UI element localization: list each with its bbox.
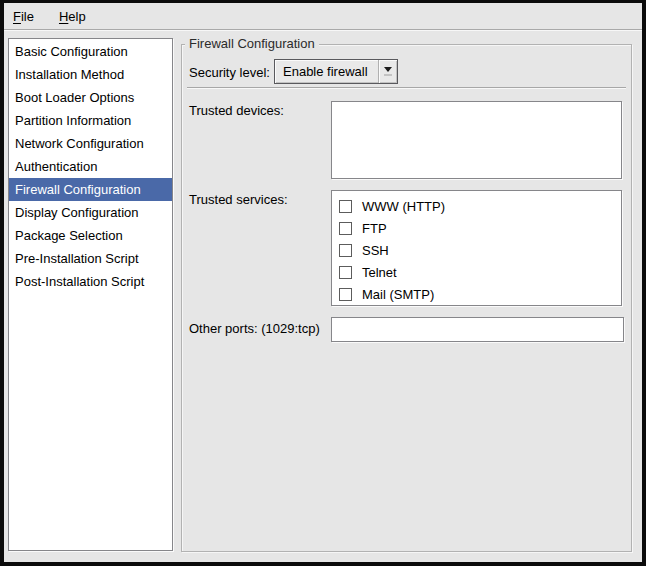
sidebar-item-firewall-configuration[interactable]: Firewall Configuration (9, 178, 172, 201)
panel-title: Firewall Configuration (185, 36, 319, 51)
security-level-dropdown[interactable]: Enable firewall (274, 59, 398, 84)
menu-help-accel: H (59, 9, 68, 24)
trusted-devices-label: Trusted devices: (189, 103, 284, 119)
menu-help-rest: elp (68, 9, 85, 24)
menu-help[interactable]: Help (57, 7, 88, 26)
checkbox-mail-smtp[interactable] (339, 288, 352, 301)
sidebar-item-boot-loader-options[interactable]: Boot Loader Options (9, 86, 172, 109)
kickstart-configurator-window: File Help Basic Configuration Installati… (0, 0, 646, 566)
menu-file-accel: F (13, 9, 21, 24)
service-row-ssh[interactable]: SSH (339, 239, 621, 261)
service-label: FTP (362, 221, 387, 236)
service-label: SSH (362, 243, 389, 258)
trusted-devices-list[interactable] (331, 101, 622, 179)
service-row-ftp[interactable]: FTP (339, 217, 621, 239)
service-label: WWW (HTTP) (362, 199, 445, 214)
sidebar-item-partition-information[interactable]: Partition Information (9, 109, 172, 132)
security-level-value: Enable firewall (275, 64, 378, 79)
trusted-services-label: Trusted services: (189, 192, 288, 208)
trusted-services-list: WWW (HTTP) FTP SSH Telnet Mail (SMTP) (331, 190, 622, 306)
menu-bar: File Help (4, 3, 642, 30)
sidebar-item-post-installation-script[interactable]: Post-Installation Script (9, 270, 172, 293)
checkbox-ftp[interactable] (339, 222, 352, 235)
service-row-www-http[interactable]: WWW (HTTP) (339, 195, 621, 217)
sidebar-item-display-configuration[interactable]: Display Configuration (9, 201, 172, 224)
other-ports-input[interactable] (331, 317, 624, 342)
checkbox-www-http[interactable] (339, 200, 352, 213)
security-level-label: Security level: (189, 65, 270, 81)
menu-file-rest: ile (21, 9, 34, 24)
checkbox-telnet[interactable] (339, 266, 352, 279)
sidebar-item-authentication[interactable]: Authentication (9, 155, 172, 178)
sidebar-item-pre-installation-script[interactable]: Pre-Installation Script (9, 247, 172, 270)
service-row-mail-smtp[interactable]: Mail (SMTP) (339, 283, 621, 305)
dropdown-arrow-icon (378, 60, 397, 83)
menu-file[interactable]: File (11, 7, 36, 26)
service-label: Mail (SMTP) (362, 287, 434, 302)
section-list: Basic Configuration Installation Method … (8, 38, 173, 551)
separator (187, 87, 626, 89)
service-label: Telnet (362, 265, 397, 280)
sidebar-item-basic-configuration[interactable]: Basic Configuration (9, 40, 172, 63)
sidebar-item-installation-method[interactable]: Installation Method (9, 63, 172, 86)
other-ports-label: Other ports: (1029:tcp) (189, 321, 320, 337)
firewall-configuration-panel: Firewall Configuration Security level: E… (181, 44, 632, 552)
service-row-telnet[interactable]: Telnet (339, 261, 621, 283)
sidebar-item-network-configuration[interactable]: Network Configuration (9, 132, 172, 155)
sidebar-item-package-selection[interactable]: Package Selection (9, 224, 172, 247)
checkbox-ssh[interactable] (339, 244, 352, 257)
